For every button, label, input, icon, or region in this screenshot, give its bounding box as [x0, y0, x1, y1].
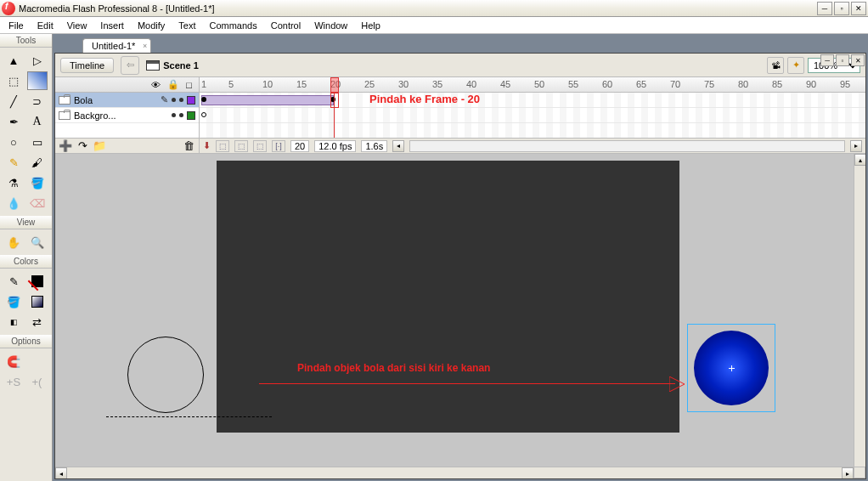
insert-layer-icon[interactable]: ➕ [59, 140, 72, 152]
zoom-tool-icon[interactable]: 🔍 [27, 233, 48, 252]
text-tool-icon[interactable]: A [27, 112, 48, 131]
free-transform-tool-icon[interactable]: ⬚ [3, 71, 24, 90]
stage-area[interactable]: Pindah objek bola dari sisi kiri ke kana… [55, 154, 865, 478]
menu-text[interactable]: Text [172, 19, 202, 32]
frame-rate-value: 12.0 fps [314, 140, 356, 152]
tab-close-icon[interactable]: × [143, 42, 147, 50]
layer-lock-dot[interactable] [179, 98, 183, 102]
menu-bar: File Edit View Insert Modify Text Comman… [0, 17, 868, 34]
menu-view[interactable]: View [60, 19, 94, 32]
frames-scrollbar[interactable] [409, 140, 845, 152]
keyframe-bg[interactable] [201, 112, 206, 117]
menu-insert[interactable]: Insert [93, 19, 131, 32]
modify-onion-markers-icon[interactable]: [·] [272, 140, 285, 152]
stroke-color-icon[interactable]: ✎ [3, 272, 24, 291]
back-button[interactable]: ⇦ [121, 56, 139, 75]
layer-outline-swatch[interactable] [187, 96, 195, 105]
menu-edit[interactable]: Edit [31, 19, 60, 32]
frame-track-background[interactable] [200, 108, 865, 123]
layer-visible-dot[interactable] [172, 113, 176, 117]
line-tool-icon[interactable]: ╱ [3, 92, 24, 110]
timeline-panel: 👁 🔒 □ Bola ✎ [55, 77, 865, 154]
frames-scroll-left[interactable]: ◂ [392, 140, 404, 152]
outline-icon[interactable]: □ [186, 80, 192, 90]
menu-commands[interactable]: Commands [202, 19, 263, 32]
onion-skin-outlines-icon[interactable]: ⬚ [234, 140, 248, 152]
menu-modify[interactable]: Modify [131, 19, 172, 32]
scroll-right-button[interactable]: ▸ [842, 467, 854, 478]
options-label: Options [0, 335, 52, 348]
default-colors-icon[interactable]: ◧ [3, 313, 24, 331]
delete-layer-icon[interactable]: 🗑 [182, 140, 195, 152]
layer-outline-swatch[interactable] [187, 111, 195, 120]
tools-label: Tools [0, 34, 52, 48]
layer-row-bola[interactable]: Bola ✎ [55, 93, 199, 108]
doc-minimize-button[interactable]: ─ [820, 54, 834, 66]
scroll-up-button[interactable]: ▴ [854, 154, 865, 166]
menu-file[interactable]: File [2, 19, 31, 32]
layer-list: Bola ✎ Backgro... [55, 93, 199, 138]
pencil-tool-icon[interactable]: ✎ [3, 153, 24, 172]
frame-track-bola[interactable] [200, 93, 865, 108]
current-frame-value: 20 [290, 140, 309, 152]
swap-colors-icon[interactable]: ⇄ [27, 313, 48, 331]
frame-ruler[interactable]: 1 5 10 15 20 25 30 35 40 45 50 55 60 65 [200, 77, 865, 93]
layer-row-background[interactable]: Backgro... [55, 108, 199, 123]
selection-tool-icon[interactable]: ▲ [3, 51, 24, 70]
edit-scene-icon[interactable]: 📽 [767, 57, 784, 74]
document-tab[interactable]: Untitled-1* × [82, 38, 151, 53]
doc-close-button[interactable]: ✕ [851, 54, 865, 66]
minimize-button[interactable]: ─ [817, 2, 832, 15]
motion-tween [201, 95, 334, 105]
eraser-tool-icon[interactable]: ⌫ [27, 194, 48, 212]
frames-area[interactable]: Pindah ke Frame - 20 [200, 93, 865, 138]
doc-restore-button[interactable]: ▫ [836, 54, 849, 66]
elapsed-time-value: 1.6s [361, 140, 387, 152]
stroke-color-swatch[interactable] [27, 272, 48, 291]
layer-visible-dot[interactable] [172, 98, 176, 102]
edit-multiple-frames-icon[interactable]: ⬚ [253, 140, 267, 152]
menu-window[interactable]: Window [307, 19, 354, 32]
center-frame-icon[interactable]: ⬇ [203, 140, 211, 151]
scene-indicator[interactable]: Scene 1 [146, 60, 199, 71]
layer-lock-dot[interactable] [179, 113, 183, 117]
eye-icon[interactable]: 👁 [151, 80, 161, 90]
document-body: Timeline ⇦ Scene 1 📽 ✦ 100% 👁 🔒 [54, 53, 866, 479]
restore-button[interactable]: ▫ [834, 2, 849, 15]
fill-color-icon[interactable]: 🪣 [3, 292, 24, 311]
frames-scroll-right[interactable]: ▸ [850, 140, 862, 152]
keyframe-start[interactable] [201, 97, 206, 102]
scroll-left-button[interactable]: ◂ [55, 467, 67, 478]
annotation-move: Pindah objek bola dari sisi kiri ke kana… [297, 362, 490, 374]
insert-motion-guide-icon[interactable]: ↷ [76, 140, 89, 152]
timeline-button[interactable]: Timeline [60, 58, 114, 73]
frames-column: 1 5 10 15 20 25 30 35 40 45 50 55 60 65 [200, 77, 865, 153]
stage-horizontal-scrollbar[interactable]: ◂ ▸ [55, 467, 854, 478]
current-frame-highlight [330, 93, 339, 108]
gradient-transform-tool-icon[interactable] [27, 71, 48, 90]
paint-bucket-tool-icon[interactable]: 🪣 [27, 173, 48, 192]
subselection-tool-icon[interactable]: ▷ [27, 51, 48, 70]
smooth-option-icon[interactable]: +S [3, 372, 24, 391]
brush-tool-icon[interactable]: 🖌 [27, 153, 48, 172]
ink-bottle-tool-icon[interactable]: ⚗ [3, 173, 24, 192]
hand-tool-icon[interactable]: ✋ [3, 233, 24, 252]
snap-magnet-icon[interactable]: 🧲 [3, 352, 24, 371]
annotation-arrow-line [259, 383, 675, 384]
playhead[interactable] [330, 77, 339, 93]
onion-skin-icon[interactable]: ⬚ [216, 140, 229, 152]
lasso-tool-icon[interactable]: ⊃ [27, 92, 48, 110]
menu-help[interactable]: Help [354, 19, 387, 32]
insert-folder-icon[interactable]: 📁 [93, 140, 106, 152]
eyedropper-tool-icon[interactable]: 💧 [3, 194, 24, 212]
fill-color-swatch[interactable] [27, 292, 48, 311]
edit-symbols-icon[interactable]: ✦ [787, 57, 804, 74]
close-button[interactable]: ✕ [851, 2, 866, 15]
menu-control[interactable]: Control [264, 19, 307, 32]
lock-icon[interactable]: 🔒 [167, 79, 179, 90]
oval-tool-icon[interactable]: ○ [3, 133, 24, 151]
stage-vertical-scrollbar[interactable]: ▴ [854, 154, 865, 467]
straighten-option-icon[interactable]: +( [27, 372, 48, 391]
rectangle-tool-icon[interactable]: ▭ [27, 133, 48, 151]
pen-tool-icon[interactable]: ✒ [3, 112, 24, 131]
